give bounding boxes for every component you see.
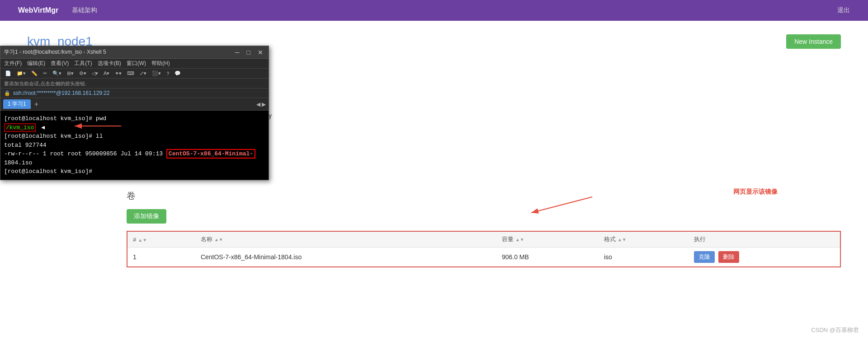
terminal-line-7: [root@localhost kvm_iso]# — [4, 167, 265, 176]
row-name: CentOS-7-x86_64-Minimal-1804.iso — [195, 248, 496, 267]
toolbar-btn-10[interactable]: ✦▾ — [113, 70, 123, 77]
toolbar-btn-6[interactable]: ⊞▾ — [65, 70, 75, 77]
row-size: 906.0 MB — [496, 248, 599, 267]
toolbar-btn-13[interactable]: ⬛▾ — [150, 70, 163, 77]
pool-status-value: Running normally — [217, 108, 841, 123]
toolbar-btn-15[interactable]: 💬 — [173, 70, 183, 77]
terminal-menu-bar: 文件(F) 编辑(E) 查看(V) 工具(T) 选项卡(B) 窗口(W) 帮助(… — [0, 59, 269, 69]
terminal-line-4: total 927744 — [4, 141, 265, 150]
tab-nav-arrows[interactable]: ◀ ▶ — [256, 101, 266, 107]
menu-window[interactable]: 窗口(W) — [127, 60, 146, 67]
delete-button[interactable]: 删除 — [718, 251, 739, 263]
terminal-hint-bar: 要添加当前会话,点击左侧的箭头按钮. — [0, 79, 269, 89]
volumes-table: #▲▼ 名称▲▼ 容量▲▼ 格式▲▼ 执行 1 CentOS-7-x86_64-… — [127, 231, 841, 267]
terminal-window: 学习1 - root@localhost:/kvm_iso - Xshell 5… — [0, 46, 269, 180]
col-num: #▲▼ — [127, 231, 195, 248]
toolbar-btn-12[interactable]: ⤢▾ — [138, 70, 148, 77]
toolbar-btn-1[interactable]: 📄 — [3, 70, 13, 77]
toolbar-btn-8[interactable]: ◁▾ — [90, 70, 100, 77]
terminal-line-5: -rw-r--r-- 1 root root 950009856 Jul 14 … — [4, 149, 265, 159]
brand: WebVirtMgr — [18, 6, 58, 14]
terminal-line-6: 1804.iso — [4, 159, 265, 168]
terminal-hint-text: 要添加当前会话,点击左侧的箭头按钮. — [4, 81, 86, 86]
toolbar-btn-4[interactable]: ✂ — [41, 70, 49, 77]
toolbar-btn-3[interactable]: ✏️ — [29, 70, 39, 77]
terminal-address: ssh://root:*********@192.168.161.129:22 — [13, 90, 110, 96]
col-size: 容量▲▼ — [496, 231, 599, 248]
terminal-address-bar: 🔒 ssh://root:*********@192.168.161.129:2… — [0, 89, 269, 98]
address-icon: 🔒 — [4, 90, 10, 96]
toolbar-btn-14[interactable]: ? — [165, 70, 171, 77]
terminal-body: [root@localhost kvm_iso]# pwd /kvm_iso ◀… — [0, 111, 269, 180]
nav-infrastructure[interactable]: 基础架构 — [72, 6, 97, 14]
pool-autostart-cell: 禁用 — [217, 157, 841, 176]
toolbar-btn-11[interactable]: ⌨ — [125, 70, 136, 77]
terminal-line-1: [root@localhost kvm_iso]# pwd — [4, 114, 265, 123]
row-num: 1 — [127, 248, 195, 267]
toolbar-btn-9[interactable]: A▾ — [102, 70, 111, 77]
terminal-tabs: 1 学习1 + ◀ ▶ — [0, 98, 269, 111]
pool-type-value: dir — [217, 78, 841, 93]
menu-help[interactable]: 帮助(H) — [151, 60, 170, 67]
col-name: 名称▲▼ — [195, 231, 496, 248]
row-format: iso — [599, 248, 689, 267]
toolbar-btn-2[interactable]: 📁▾ — [15, 70, 28, 77]
toolbar-btn-5[interactable]: 🔍▾ — [51, 70, 63, 77]
menu-tools[interactable]: 工具(T) — [74, 60, 92, 67]
terminal-line-3: [root@localhost kvm_iso]# ll — [4, 132, 265, 141]
pool-state-cell: 停止 — [217, 138, 841, 157]
row-actions: 克隆 删除 — [689, 248, 840, 267]
maximize-button[interactable]: □ — [245, 49, 252, 56]
minimize-button[interactable]: ─ — [233, 49, 241, 56]
menu-tabs[interactable]: 选项卡(B) — [98, 60, 121, 67]
menu-file[interactable]: 文件(F) — [4, 60, 22, 67]
table-row: 1 CentOS-7-x86_64-Minimal-1804.iso 906.0… — [127, 248, 840, 267]
terminal-line-2: /kvm_iso ◀ — [4, 123, 265, 132]
volumes-header-row: #▲▼ 名称▲▼ 容量▲▼ 格式▲▼ 执行 — [127, 231, 840, 248]
close-button[interactable]: ✕ — [256, 49, 265, 56]
menu-edit[interactable]: 编辑(E) — [27, 60, 45, 67]
add-tab-button[interactable]: + — [33, 100, 40, 108]
new-instance-button[interactable]: New Instance — [786, 34, 841, 49]
logout-link[interactable]: 退出 — [837, 6, 850, 14]
col-format: 格式▲▼ — [599, 231, 689, 248]
toolbar-btn-7[interactable]: ⚙▾ — [77, 70, 88, 77]
col-action: 执行 — [689, 231, 840, 248]
pool-name-value: [ kvm_iso ] — [217, 62, 841, 78]
terminal-toolbar: 📄 📁▾ ✏️ ✂ 🔍▾ ⊞▾ ⚙▾ ◁▾ A▾ ✦▾ ⌨ ⤢▾ ⬛▾ ? 💬 — [0, 69, 269, 79]
menu-view[interactable]: 查看(V) — [51, 60, 69, 67]
terminal-title: 学习1 - root@localhost:/kvm_iso - Xshell 5 — [4, 48, 106, 56]
add-image-button[interactable]: 添加镜像 — [127, 209, 166, 224]
pool-capacity-value: 用量: 4% — [217, 123, 841, 138]
volumes-section-title: 卷 — [127, 190, 841, 202]
navbar: WebVirtMgr 基础架构 退出 — [0, 0, 868, 21]
terminal-tab-1[interactable]: 1 学习1 — [3, 99, 31, 109]
terminal-controls: ─ □ ✕ — [233, 49, 265, 56]
pool-path-value: /kvm_iso — [217, 93, 841, 108]
clone-button[interactable]: 克隆 — [694, 251, 715, 263]
terminal-titlebar: 学习1 - root@localhost:/kvm_iso - Xshell 5… — [0, 46, 269, 59]
